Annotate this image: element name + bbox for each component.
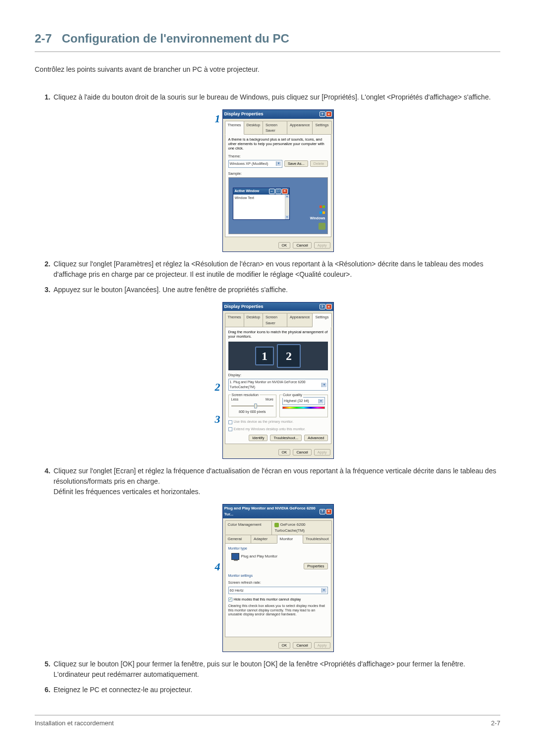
apply-button: Apply <box>314 242 330 249</box>
close-icon[interactable]: × <box>326 509 332 514</box>
page-footer: Installation et raccordement 2-7 <box>35 715 500 728</box>
properties-button[interactable]: Properties <box>304 563 327 569</box>
tab-general[interactable]: General <box>225 535 252 543</box>
section-title: Configuration de l'environnement du PC <box>62 30 289 48</box>
display-label: Display: <box>228 372 328 378</box>
nvidia-icon <box>274 523 279 527</box>
color-preview <box>282 406 325 409</box>
settings-description: Drag the monitor icons to match the phys… <box>228 330 328 339</box>
window-text: Window Text <box>235 196 255 200</box>
tab-settings[interactable]: Settings <box>312 121 331 135</box>
steps-list: Cliquez à l'aide du bouton droit de la s… <box>35 92 500 695</box>
monitor-1-icon[interactable]: 1 <box>255 347 274 365</box>
step-6: Eteignez le PC et connectez-le au projec… <box>45 685 500 695</box>
ok-button[interactable]: OK <box>278 642 291 649</box>
section-number: 2-7 <box>35 30 52 48</box>
resolution-slider[interactable] <box>231 403 274 408</box>
callout-3: 3 <box>211 411 220 427</box>
delete-button: Delete <box>310 160 328 167</box>
close-icon[interactable]: × <box>326 111 332 117</box>
theme-label: Theme: <box>228 153 328 159</box>
monitor-arrangement[interactable]: 1 2 <box>228 342 328 370</box>
intro-text: Contrôlez les points suivants avant de b… <box>35 64 500 75</box>
tab-appearance[interactable]: Appearance <box>287 313 313 327</box>
dialog-display-properties-themes: Display Properties ? × Themes Desktop Sc… <box>222 109 334 252</box>
dialog-title: Plug and Play Monitor and NVIDIA GeForce… <box>224 505 320 517</box>
step-3: Appuyez sur le bouton [Avancées]. Une au… <box>45 285 500 459</box>
dialog-display-properties-settings: Display Properties ? × Themes Desktop Sc… <box>222 302 334 459</box>
chevron-down-icon: ▼ <box>276 161 281 166</box>
display-select[interactable]: 1. Plug and Play Monitor on NVIDIA GeFor… <box>228 379 328 391</box>
active-window-title: Active Window <box>235 189 260 194</box>
step-1: Cliquez à l'aide du bouton droit de la s… <box>45 92 500 252</box>
refresh-rate-select[interactable]: 60 Hertz▼ <box>228 587 328 594</box>
hide-modes-checkbox[interactable]: Hide modes that this monitor cannot disp… <box>228 597 328 603</box>
dialog-monitor-properties: Plug and Play Monitor and NVIDIA GeForce… <box>222 504 334 652</box>
theme-select[interactable]: Windows XP (Modified)▼ <box>228 160 283 167</box>
advanced-button[interactable]: Advanced <box>304 435 327 441</box>
color-quality-select[interactable]: Highest (32 bit)▼ <box>282 397 325 404</box>
step-4: Cliquez sur l'onglet [Ecran] et réglez l… <box>45 466 500 652</box>
recycle-bin-icon <box>319 223 325 230</box>
dialog-title: Display Properties <box>224 111 264 118</box>
tab-color-management[interactable]: Color Management <box>225 520 272 535</box>
cancel-button[interactable]: Cancel <box>293 242 311 249</box>
extend-desktop-checkbox: Extend my Windows desktop onto this moni… <box>228 427 328 432</box>
themes-description: A theme is a background plus a set of so… <box>228 137 328 151</box>
screen-resolution-group: Screen resolution LessMore 800 by 600 pi… <box>228 395 277 417</box>
close-icon: × <box>282 189 288 194</box>
troubleshoot-button[interactable]: Troubleshoot... <box>270 435 302 441</box>
tab-themes[interactable]: Themes <box>225 313 244 327</box>
cancel-button[interactable]: Cancel <box>293 642 311 649</box>
monitor-2-icon[interactable]: 2 <box>277 344 301 368</box>
tab-monitor[interactable]: Monitor <box>277 535 304 544</box>
tab-troubleshoot[interactable]: Troubleshoot <box>303 535 331 543</box>
help-icon[interactable]: ? <box>320 304 325 309</box>
apply-button: Apply <box>314 449 330 455</box>
refresh-rate-label: Screen refresh rate: <box>228 580 328 585</box>
help-icon[interactable]: ? <box>320 111 325 117</box>
save-as-button[interactable]: Save As... <box>284 160 308 167</box>
maximize-icon: □ <box>275 189 281 194</box>
close-icon[interactable]: × <box>326 304 332 309</box>
tab-themes[interactable]: Themes <box>225 121 244 135</box>
hide-modes-description: Clearing this check box allows you to se… <box>228 604 328 616</box>
identify-button[interactable]: Identify <box>249 435 268 441</box>
tab-desktop[interactable]: Desktop <box>244 313 264 327</box>
ok-button[interactable]: OK <box>278 242 291 249</box>
chevron-down-icon: ▼ <box>321 383 326 387</box>
resolution-value: 800 by 600 pixels <box>231 409 274 415</box>
help-icon[interactable]: ? <box>320 509 325 514</box>
step-5: Cliquez sur le bouton [OK] pour fermer l… <box>45 659 500 680</box>
step-2: Cliquez sur l'onglet [Paramètres] et rég… <box>45 259 500 280</box>
tab-screensaver[interactable]: Screen Saver <box>263 121 287 135</box>
callout-2: 2 <box>211 379 220 395</box>
color-quality-group: Color quality Highest (32 bit)▼ <box>279 395 328 417</box>
apply-button: Apply <box>314 642 330 649</box>
minimize-icon: – <box>269 189 275 194</box>
tab-geforce[interactable]: GeForce 6200 TurboCache(TM) <box>271 520 331 535</box>
tab-desktop[interactable]: Desktop <box>244 121 264 135</box>
monitor-icon <box>231 553 239 560</box>
sample-label: Sample: <box>228 171 328 176</box>
tab-adapter[interactable]: Adapter <box>251 535 277 543</box>
section-header: 2-7 Configuration de l'environnement du … <box>35 30 500 52</box>
titlebar[interactable]: Display Properties ? × <box>223 302 333 311</box>
monitor-type-label: Monitor type <box>228 546 328 552</box>
tab-screensaver[interactable]: Screen Saver <box>263 313 287 327</box>
monitor-type-value: Plug and Play Monitor <box>241 554 277 559</box>
windows-flag-icon <box>320 204 325 210</box>
titlebar[interactable]: Plug and Play Monitor and NVIDIA GeForce… <box>223 504 333 518</box>
cancel-button[interactable]: Cancel <box>293 449 311 455</box>
chevron-down-icon: ▼ <box>319 399 323 403</box>
dialog-title: Display Properties <box>224 303 264 310</box>
footer-right: 2-7 <box>491 718 500 728</box>
tab-appearance[interactable]: Appearance <box>287 121 313 135</box>
titlebar[interactable]: Display Properties ? × <box>223 110 333 119</box>
ok-button[interactable]: OK <box>278 449 291 455</box>
footer-left: Installation et raccordement <box>35 718 114 728</box>
callout-1: 1 <box>211 110 220 127</box>
sample-preview: Active Window – □ × Window Text <box>228 177 328 234</box>
scrollbar <box>285 195 289 219</box>
tab-settings[interactable]: Settings <box>312 313 331 327</box>
